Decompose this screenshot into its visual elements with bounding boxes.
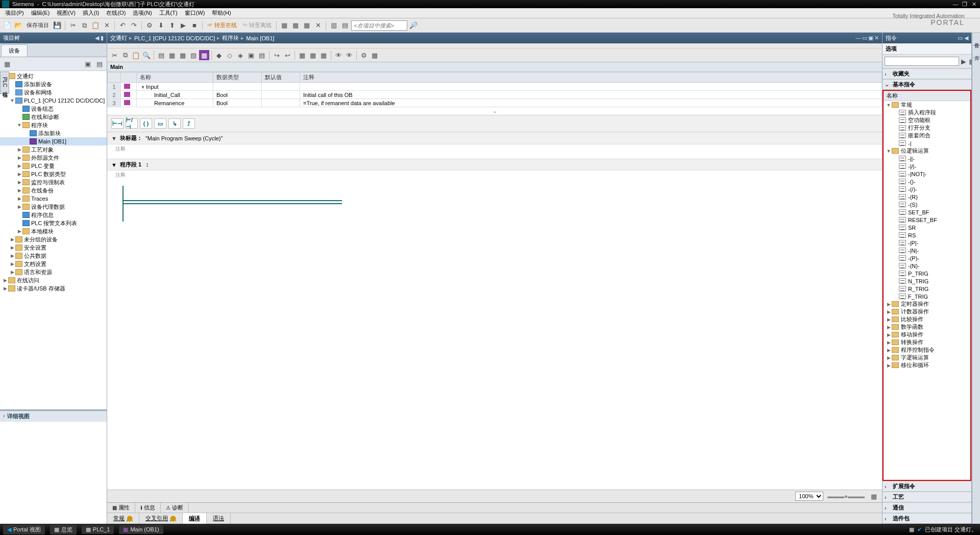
tree-item[interactable]: ▶监控与强制表 xyxy=(0,178,107,186)
favorites-header[interactable]: 收藏夹 xyxy=(893,70,910,78)
ed-icon4[interactable]: ▦ xyxy=(199,50,209,60)
instruction-item[interactable]: 嵌套闭合 xyxy=(884,132,970,139)
basic-inst-header[interactable]: 基本指令 xyxy=(893,81,915,88)
tag2-icon[interactable]: ◇ xyxy=(225,50,235,60)
menu-item[interactable]: 在线(O) xyxy=(103,8,129,18)
coil-icon[interactable]: ( ) xyxy=(140,118,152,129)
instruction-item[interactable]: SR xyxy=(884,224,970,231)
side-tab-plc-prog[interactable]: PLC 编程 xyxy=(0,71,9,94)
copy-icon[interactable]: ⧉ xyxy=(79,20,89,31)
start-icon[interactable]: ▶ xyxy=(178,20,188,31)
instruction-item[interactable]: -|/|- xyxy=(884,162,970,170)
vtab-lib[interactable]: 库 xyxy=(972,45,980,58)
ed-icon2[interactable]: ▦ xyxy=(178,50,188,60)
maximize-icon[interactable]: ❐ xyxy=(961,1,969,8)
close-tab-icon[interactable]: ✕ xyxy=(313,20,323,31)
instruction-item[interactable]: -(P)- xyxy=(884,254,970,262)
overview-button[interactable]: ▦总览 xyxy=(50,525,77,534)
instruction-item[interactable]: -|P|- xyxy=(884,239,970,247)
tree-item[interactable]: ▶PLC 变量 xyxy=(0,162,107,170)
editor-bottom-tab[interactable]: 交叉引用 ⬤ xyxy=(139,513,183,524)
tree-item[interactable]: ▼交通灯 xyxy=(0,72,107,80)
breadcrumb-item[interactable]: 交通灯 xyxy=(110,34,127,42)
ed-cut-icon[interactable]: ✂ xyxy=(109,50,119,60)
instruction-item[interactable]: 插入程序段 xyxy=(884,109,970,116)
zoom-select[interactable]: 100% xyxy=(795,492,823,501)
table-row[interactable]: 2Initial_CallBoolInitial call of this OB xyxy=(108,91,882,99)
tree-item[interactable]: ▶PLC 数据类型 xyxy=(0,170,107,178)
block-title[interactable]: "Main Program Sweep (Cycle)" xyxy=(145,135,223,141)
instruction-item[interactable]: -||- xyxy=(884,155,970,162)
min-editor-icon[interactable]: — xyxy=(855,35,861,41)
accordion-header[interactable]: ›选件包 xyxy=(883,513,971,524)
watch2-icon[interactable]: 👁 xyxy=(344,50,354,60)
instruction-tree[interactable]: ▼常规插入程序段空功能框打开分支嵌套闭合-|▼位逻辑运算-||--|/|--|N… xyxy=(884,101,970,369)
view2-icon[interactable]: ▤ xyxy=(257,50,267,60)
tree-item[interactable]: ▶语言和资源 xyxy=(0,268,107,276)
view-icon[interactable]: ▣ xyxy=(246,50,256,60)
float-editor-icon[interactable]: ▭ xyxy=(862,35,867,41)
instruction-item[interactable]: -(R) xyxy=(884,193,970,201)
instruction-item[interactable]: P_TRIG xyxy=(884,270,970,277)
tree-item[interactable]: ▶安全设置 xyxy=(0,244,107,252)
tree-item[interactable]: ▶外部源文件 xyxy=(0,154,107,162)
menu-item[interactable]: 窗口(W) xyxy=(182,8,208,18)
instruction-item[interactable]: -()- xyxy=(884,178,970,185)
max-editor-icon[interactable]: ▣ xyxy=(868,35,873,41)
undo-icon[interactable]: ↶ xyxy=(117,20,128,31)
table-row[interactable]: 1▼Input xyxy=(108,83,882,91)
instruction-item[interactable]: -|N|- xyxy=(884,247,970,254)
menu-item[interactable]: 工具(T) xyxy=(156,8,181,18)
grid-icon[interactable]: ▦ xyxy=(869,491,879,501)
instruction-item[interactable]: 打开分支 xyxy=(884,124,970,132)
instruction-item[interactable]: ▶数学函数 xyxy=(884,323,970,331)
editor-bottom-tab[interactable]: 语法 xyxy=(207,513,231,524)
detail-view-title[interactable]: 详细视图 xyxy=(7,412,30,420)
branch-icon[interactable]: ↳ xyxy=(168,118,181,129)
menu-item[interactable]: 视图(V) xyxy=(54,8,79,18)
property-tab[interactable]: ▦属性 xyxy=(107,503,135,513)
menu-item[interactable]: 编辑(E) xyxy=(28,8,53,18)
instruction-item[interactable]: -(S) xyxy=(884,201,970,208)
accordion-header[interactable]: ›通信 xyxy=(883,502,971,513)
collapse-icon[interactable]: ▼ xyxy=(111,135,117,141)
project-tree[interactable]: ▼交通灯添加新设备设备和网络▼PLC_1 [CPU 1212C DC/DC/DC… xyxy=(0,71,107,409)
misc2-icon[interactable]: ▦ xyxy=(290,20,301,31)
menu-item[interactable]: 选项(N) xyxy=(130,8,155,18)
editor-bottom-tab[interactable]: 编译 xyxy=(183,513,207,524)
ed-copy-icon[interactable]: ⧉ xyxy=(120,50,130,60)
save-icon[interactable]: 💾 xyxy=(52,20,62,31)
contact-nc-icon[interactable]: ⊢/⊣ xyxy=(126,118,138,129)
devices-tab[interactable]: 设备 xyxy=(1,44,28,57)
accordion-header[interactable]: ›工艺 xyxy=(883,492,971,502)
instruction-item[interactable]: ▶转换操作 xyxy=(884,338,970,346)
instruction-item[interactable]: ▶字逻辑运算 xyxy=(884,354,970,361)
tree-item[interactable]: ▶公共数据 xyxy=(0,252,107,260)
misc-ed2-icon[interactable]: ▦ xyxy=(370,50,380,60)
task-plc1[interactable]: ▦PLC_1 xyxy=(82,525,114,534)
watch-icon[interactable]: 👁 xyxy=(333,50,344,60)
tree-item[interactable]: ▶读卡器/USB 存储器 xyxy=(0,284,107,293)
instruction-item[interactable]: N_TRIG xyxy=(884,277,970,285)
breadcrumb-item[interactable]: 程序块 xyxy=(222,34,239,42)
network-comment[interactable]: 注释 xyxy=(107,171,882,180)
network-canvas[interactable] xyxy=(119,186,882,222)
instruction-item[interactable]: 空功能框 xyxy=(884,116,970,124)
instruction-item[interactable]: RESET_BF xyxy=(884,216,970,224)
tree-item[interactable]: 程序信息 xyxy=(0,211,107,219)
tree-item[interactable]: PLC 报警文本列表 xyxy=(0,219,107,227)
table-row[interactable]: 3RemanenceBool=True, if remanent data ar… xyxy=(108,99,882,107)
tag-icon[interactable]: ◆ xyxy=(214,50,224,60)
inst-search-icon[interactable]: ▶ xyxy=(961,56,967,66)
tree-item[interactable]: ▶未分组的设备 xyxy=(0,235,107,244)
property-tab[interactable]: ℹ信息 xyxy=(135,503,161,513)
download-icon[interactable]: ⬇ xyxy=(156,20,166,31)
mon-icon[interactable]: ▦ xyxy=(297,50,307,60)
tag3-icon[interactable]: ◈ xyxy=(235,50,246,60)
tree-item[interactable]: 设备和网络 xyxy=(0,88,107,96)
inst-pin-icon[interactable]: ◀ xyxy=(964,35,968,41)
inst-min-icon[interactable]: ▭ xyxy=(958,35,963,41)
compile-icon[interactable]: ⚙ xyxy=(144,20,155,31)
instruction-search-input[interactable] xyxy=(885,57,959,66)
search-go-icon[interactable]: 🔎 xyxy=(408,20,419,31)
